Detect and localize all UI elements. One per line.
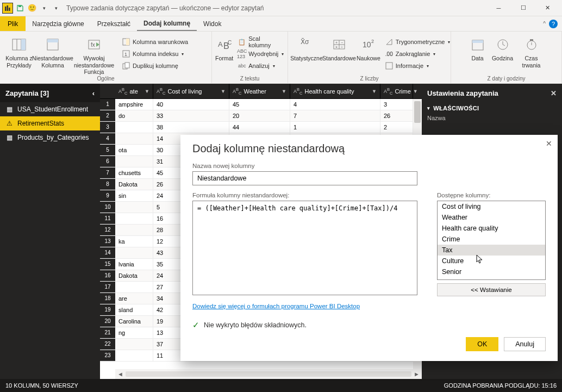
table-row[interactable]: 2do3320726 bbox=[100, 110, 422, 122]
cell[interactable] bbox=[115, 202, 153, 213]
duplicate-column-button[interactable]: Duplikuj kolumnę bbox=[120, 60, 190, 72]
tab-transform[interactable]: Przekształć bbox=[91, 16, 137, 31]
close-settings-icon[interactable]: ✕ bbox=[551, 89, 557, 97]
cell[interactable] bbox=[115, 225, 153, 235]
cell[interactable]: 38 bbox=[153, 122, 229, 133]
help-icon[interactable]: ? bbox=[549, 20, 558, 28]
duration-button[interactable]: Czas trwania bbox=[517, 34, 546, 69]
cell[interactable]: 44 bbox=[229, 122, 290, 133]
statistics-button[interactable]: X̄σStatystyczne bbox=[291, 34, 322, 62]
cell[interactable]: 2 bbox=[380, 122, 413, 133]
cell[interactable]: Carolina bbox=[115, 316, 153, 327]
column-header-ate[interactable]: ABCate▼ bbox=[115, 84, 153, 98]
cell[interactable]: are bbox=[115, 293, 153, 304]
close-button[interactable]: ✕ bbox=[535, 1, 560, 16]
cell[interactable] bbox=[115, 282, 153, 293]
query-Products_by_Categories[interactable]: ▦Products_by_Categories bbox=[0, 130, 100, 145]
table-row[interactable]: 3384412 bbox=[100, 122, 422, 133]
cell[interactable] bbox=[115, 133, 153, 144]
column-header-Crime[interactable]: ABCCrime▼ bbox=[380, 84, 413, 98]
collapse-ribbon-icon[interactable]: ^ bbox=[543, 21, 546, 27]
available-column-Senior[interactable]: Senior bbox=[438, 266, 545, 277]
cell[interactable]: 33 bbox=[153, 110, 229, 121]
column-header-Health-care-quality[interactable]: ABCHealth care quality▼ bbox=[290, 84, 380, 98]
cell[interactable]: 7 bbox=[290, 110, 380, 121]
query-RetirementStats[interactable]: ⚠RetirementStats bbox=[0, 116, 100, 130]
rounding-button[interactable]: .00Zaokrąglanie▾ bbox=[383, 48, 453, 60]
tab-home[interactable]: Narzędzia główne bbox=[26, 16, 90, 31]
trigonometry-button[interactable]: Trygonometryczne▾ bbox=[383, 36, 453, 48]
tab-add-column[interactable]: Dodaj kolumnę bbox=[137, 16, 197, 31]
column-header-Cost-of-living[interactable]: ABCCost of living▼ bbox=[153, 84, 229, 98]
minimize-button[interactable]: ─ bbox=[486, 1, 511, 16]
available-columns-list[interactable]: Cost of livingWeatherHealth care quality… bbox=[437, 201, 546, 280]
cell[interactable]: 26 bbox=[380, 110, 413, 121]
column-from-examples-button[interactable]: Kolumna z Przykłady bbox=[3, 34, 35, 69]
chevron-down-icon[interactable]: ▼ bbox=[282, 89, 286, 94]
save-icon[interactable] bbox=[15, 3, 25, 13]
index-column-button[interactable]: 1Kolumna indeksu▾ bbox=[120, 48, 190, 60]
parse-button[interactable]: abcAnalizuj▾ bbox=[235, 60, 286, 72]
custom-column-button[interactable]: Niestandardowe Kolumna bbox=[37, 34, 68, 69]
cell[interactable]: ng bbox=[115, 327, 153, 338]
properties-section[interactable]: ▾WŁAŚCIWOŚCI bbox=[427, 105, 557, 111]
new-column-name-input[interactable] bbox=[192, 171, 417, 185]
cell[interactable]: ka bbox=[115, 236, 153, 247]
standard-button[interactable]: +−×÷Standardowe bbox=[324, 34, 354, 62]
conditional-column-button[interactable]: Kolumna warunkowa bbox=[120, 36, 190, 48]
cell[interactable]: Dakota bbox=[115, 270, 153, 281]
learn-more-link[interactable]: Dowiedz się więcej o formułach programu … bbox=[192, 303, 360, 309]
cell[interactable] bbox=[115, 213, 153, 224]
query-USA_StudentEnrollment[interactable]: ▦USA_StudentEnrollment bbox=[0, 102, 100, 116]
extract-button[interactable]: ABC123Wyodrębnij▾ bbox=[235, 48, 286, 60]
available-column-Culture[interactable]: Culture bbox=[438, 256, 545, 266]
scientific-button[interactable]: 102Naukowe bbox=[357, 34, 380, 62]
maximize-button[interactable]: ☐ bbox=[511, 1, 535, 16]
cell[interactable]: 4 bbox=[290, 99, 380, 110]
column-header-Weather[interactable]: ABCWeather▼ bbox=[229, 84, 290, 98]
scroll-right-icon[interactable]: ► bbox=[414, 371, 420, 377]
emoji-icon[interactable]: 🙂 bbox=[27, 3, 37, 13]
cell[interactable]: lvania bbox=[115, 259, 153, 270]
undo-dropdown-icon[interactable]: ▾ bbox=[39, 3, 49, 13]
cell[interactable]: do bbox=[115, 110, 153, 121]
formula-textarea[interactable] bbox=[192, 201, 417, 295]
table-row[interactable]: 1ampshire404543 bbox=[100, 99, 422, 110]
cell[interactable]: 45 bbox=[229, 99, 290, 110]
cell[interactable] bbox=[115, 350, 153, 361]
chevron-down-icon[interactable]: ▼ bbox=[372, 89, 377, 94]
available-column-Tax[interactable]: Tax bbox=[438, 245, 545, 256]
chevron-down-icon[interactable]: ▼ bbox=[413, 89, 418, 94]
cell[interactable]: 20 bbox=[229, 110, 290, 121]
insert-button[interactable]: << Wstawianie bbox=[437, 283, 546, 296]
invoke-custom-function-button[interactable]: fx Wywołaj niestandardowe Funkcja bbox=[71, 34, 117, 76]
time-button[interactable]: Godzina bbox=[491, 34, 515, 62]
cell[interactable] bbox=[115, 156, 153, 167]
cell[interactable]: sin bbox=[115, 190, 153, 201]
format-button[interactable]: ABC Format bbox=[215, 34, 233, 62]
cell[interactable]: 40 bbox=[153, 99, 229, 110]
cell[interactable]: 3 bbox=[380, 99, 413, 110]
available-column-Crime[interactable]: Crime bbox=[438, 234, 545, 245]
information-button[interactable]: Informacje▾ bbox=[383, 60, 453, 72]
chevron-down-icon[interactable]: ▼ bbox=[221, 89, 226, 94]
cancel-button[interactable]: Anuluj bbox=[504, 337, 546, 351]
qat-customize-icon[interactable]: ▾ bbox=[51, 3, 61, 13]
ok-button[interactable]: OK bbox=[466, 337, 498, 351]
collapse-sidebar-icon[interactable]: ‹ bbox=[92, 89, 95, 97]
cell[interactable]: ota bbox=[115, 145, 153, 155]
chevron-down-icon[interactable]: ▼ bbox=[145, 89, 149, 94]
date-button[interactable]: Data bbox=[467, 34, 489, 62]
available-column-Weather[interactable]: Weather bbox=[438, 212, 545, 223]
dialog-close-button[interactable]: ✕ bbox=[546, 139, 552, 148]
available-column-Cost-of-living[interactable]: Cost of living bbox=[438, 201, 545, 212]
cell[interactable]: sland bbox=[115, 304, 153, 315]
tab-view[interactable]: Widok bbox=[197, 16, 228, 31]
cell[interactable]: chusetts bbox=[115, 167, 153, 178]
cell[interactable]: Dakota bbox=[115, 179, 153, 190]
available-column-Health-care-quality[interactable]: Health care quality bbox=[438, 223, 545, 234]
cell[interactable]: 1 bbox=[290, 122, 380, 133]
cell[interactable] bbox=[115, 247, 153, 258]
scroll-left-icon[interactable]: ◄ bbox=[117, 371, 123, 377]
cell[interactable] bbox=[115, 122, 153, 133]
